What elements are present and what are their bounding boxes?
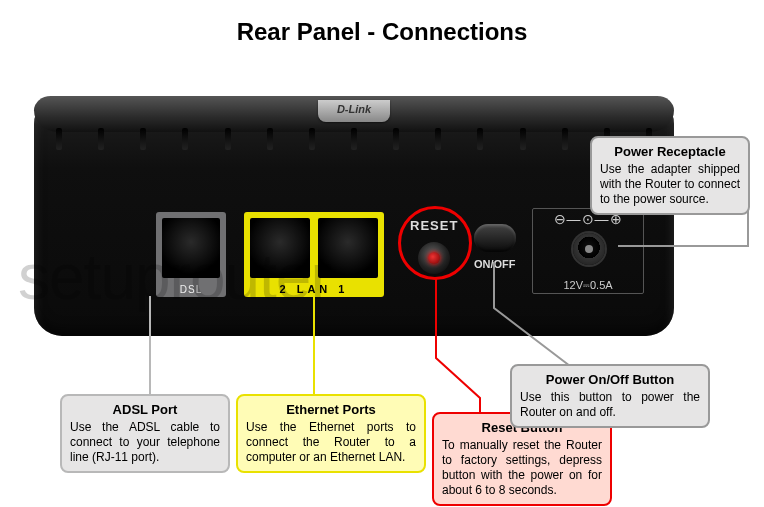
callout-power-body: Use the adapter shipped with the Router …: [600, 162, 740, 207]
power-receptacle-box: ⊖—⊙—⊕ 12V⎓0.5A: [532, 208, 644, 294]
router-device: DSL 2 LAN 1 RESET ON/OFF ⊖—⊙—⊕ 12V⎓0.5A: [34, 96, 674, 336]
callout-power-title: Power Receptacle: [600, 144, 740, 160]
ethernet-label: 2 LAN 1: [244, 283, 384, 295]
ethernet-block: 2 LAN 1: [244, 212, 384, 297]
reset-label: RESET: [410, 218, 458, 233]
adsl-port-label: DSL: [156, 284, 226, 295]
callout-ethernet: Ethernet Ports Use the Ethernet ports to…: [236, 394, 426, 473]
brand-badge: [318, 100, 390, 122]
reset-button: [418, 242, 450, 274]
power-rating: 12V⎓0.5A: [533, 279, 643, 291]
ethernet-port-2: [250, 218, 310, 278]
rear-panel: DSL 2 LAN 1 RESET ON/OFF ⊖—⊙—⊕ 12V⎓0.5A: [156, 214, 656, 318]
callout-reset-body: To manually reset the Router to factory …: [442, 438, 602, 498]
ethernet-port-1: [318, 218, 378, 278]
page-title: Rear Panel - Connections: [0, 18, 764, 46]
power-onoff-button: [474, 224, 516, 252]
callout-power: Power Receptacle Use the adapter shipped…: [590, 136, 750, 215]
dc-jack: [573, 233, 605, 265]
vent-slots: [56, 128, 652, 140]
callout-adsl-body: Use the ADSL cable to connect to your te…: [70, 420, 220, 465]
power-onoff-label: ON/OFF: [474, 258, 516, 270]
callout-adsl-title: ADSL Port: [70, 402, 220, 418]
callout-onoff-title: Power On/Off Button: [520, 372, 700, 388]
rj11-jack: [162, 218, 220, 278]
callout-onoff-body: Use this button to power the Router on a…: [520, 390, 700, 420]
adsl-port: DSL: [156, 212, 226, 297]
callout-ethernet-body: Use the Ethernet ports to connect the Ro…: [246, 420, 416, 465]
callout-adsl: ADSL Port Use the ADSL cable to connect …: [60, 394, 230, 473]
callout-onoff: Power On/Off Button Use this button to p…: [510, 364, 710, 428]
callout-ethernet-title: Ethernet Ports: [246, 402, 416, 418]
